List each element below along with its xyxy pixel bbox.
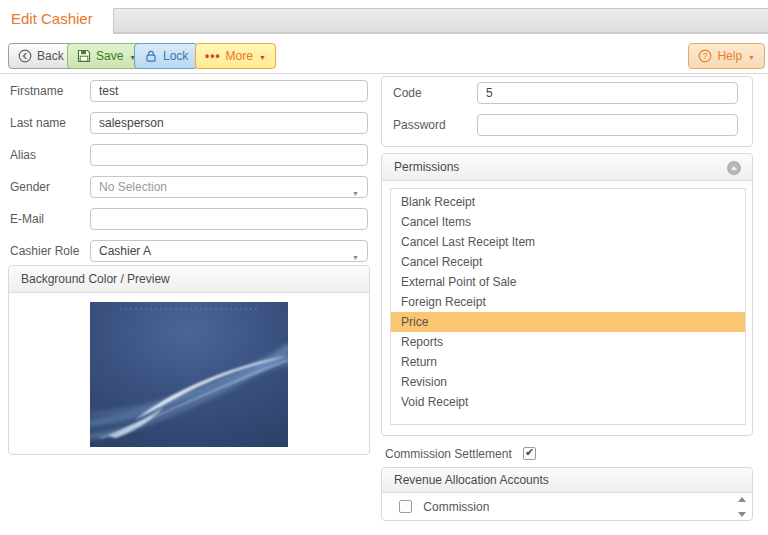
firstname-field[interactable] [90, 80, 368, 102]
more-dots-icon: ••• [205, 51, 221, 61]
lock-icon [144, 49, 158, 63]
permissions-list: Blank Receipt Cancel Items Cancel Last R… [390, 188, 746, 425]
permission-list-item[interactable]: Revision [391, 372, 745, 392]
background-preview-panel: Background Color / Preview [8, 265, 370, 455]
alias-label: Alias [10, 144, 88, 166]
scroll-down-icon[interactable] [738, 512, 746, 517]
svg-text:?: ? [703, 51, 708, 61]
permission-list-item[interactable]: Void Receipt [391, 392, 745, 412]
collapse-toggle-icon[interactable] [727, 161, 741, 175]
commission-settlement-row: Commission Settlement [385, 447, 536, 463]
tab-strip-filler [113, 8, 768, 33]
permission-list-item[interactable]: Return [391, 352, 745, 372]
save-floppy-icon [77, 49, 91, 63]
password-field[interactable] [477, 114, 738, 136]
permission-list-item[interactable]: Cancel Receipt [391, 252, 745, 272]
code-field[interactable] [477, 82, 738, 104]
cashier-role-select[interactable]: Cashier A ▼ [90, 240, 368, 262]
permissions-panel-title: Permissions [394, 160, 459, 174]
background-preview-body [9, 294, 369, 451]
revenue-accounts-panel: Revenue Allocation Accounts Commission [381, 467, 753, 521]
lock-button[interactable]: Lock [134, 43, 198, 69]
permission-list-item[interactable]: External Point of Sale [391, 272, 745, 292]
tab-bar: Edit Cashier [0, 0, 768, 34]
help-dropdown-caret-icon: ▼ [748, 53, 755, 60]
alias-field[interactable] [90, 144, 368, 166]
cashier-role-label: Cashier Role [10, 240, 88, 262]
permission-list-item[interactable]: Cancel Items [391, 212, 745, 232]
scroll-up-icon[interactable] [738, 497, 746, 502]
gender-select-value: No Selection [99, 180, 167, 194]
permissions-panel: Permissions Blank Receipt Cancel Items C… [381, 153, 753, 436]
help-button[interactable]: ? Help ▼ [688, 43, 765, 69]
commission-settlement-label: Commission Settlement [385, 447, 512, 461]
permissions-panel-header: Permissions [382, 154, 752, 181]
background-preview-image [90, 302, 288, 447]
revenue-account-checkbox[interactable] [399, 500, 412, 513]
mini-scrollbar[interactable] [736, 496, 748, 518]
firstname-label: Firstname [10, 80, 88, 102]
tab-edit-cashier[interactable]: Edit Cashier [11, 6, 93, 32]
email-label: E-Mail [10, 208, 88, 230]
permission-list-item[interactable]: Cancel Last Receipt Item [391, 232, 745, 252]
lock-button-label: Lock [163, 49, 188, 63]
help-button-label: Help [717, 49, 742, 63]
email-field[interactable] [90, 208, 368, 230]
revenue-account-row: Commission [383, 494, 751, 520]
save-button-label: Save [96, 49, 123, 63]
permission-list-item[interactable]: Price [391, 312, 745, 332]
permission-list-item[interactable]: Reports [391, 332, 745, 352]
chevron-down-icon: ▼ [352, 184, 359, 204]
back-circle-icon [18, 49, 32, 63]
toolbar: Back Save ▼ Lock ••• More ▼ ? Help ▼ [0, 42, 768, 72]
revenue-account-label: Commission [423, 500, 489, 514]
background-preview-panel-header: Background Color / Preview [9, 266, 369, 293]
gender-select[interactable]: No Selection ▼ [90, 176, 368, 198]
permission-list-item[interactable]: Foreign Receipt [391, 292, 745, 312]
lastname-label: Last name [10, 112, 88, 134]
more-dropdown-caret-icon: ▼ [259, 53, 266, 60]
background-preview-panel-title: Background Color / Preview [21, 272, 170, 286]
more-button[interactable]: ••• More ▼ [195, 43, 276, 69]
permission-list-item[interactable]: Blank Receipt [391, 192, 745, 212]
edit-cashier-page: Edit Cashier Back Save ▼ Lock ••• More [0, 0, 768, 535]
gender-label: Gender [10, 176, 88, 198]
password-label: Password [393, 114, 446, 136]
lastname-field[interactable] [90, 112, 368, 134]
help-question-icon: ? [698, 49, 712, 63]
more-button-label: More [226, 49, 253, 63]
revenue-accounts-panel-header: Revenue Allocation Accounts [382, 468, 752, 493]
commission-settlement-checkbox[interactable] [523, 447, 536, 460]
cashier-role-select-value: Cashier A [99, 244, 151, 258]
code-label: Code [393, 82, 422, 104]
revenue-accounts-panel-title: Revenue Allocation Accounts [394, 473, 549, 487]
back-button-label: Back [37, 49, 64, 63]
back-button[interactable]: Back [8, 43, 74, 69]
toolbar-divider [0, 73, 768, 74]
